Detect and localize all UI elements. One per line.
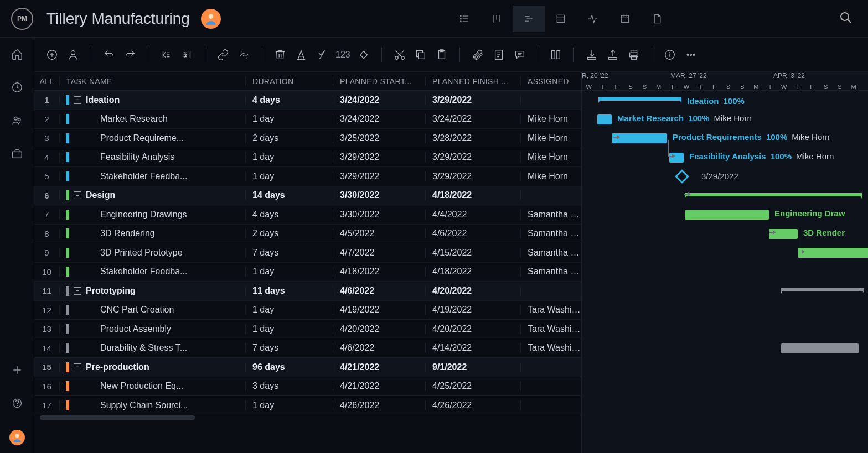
col-finish[interactable]: PLANNED FINISH ...	[426, 77, 521, 86]
assigned-cell[interactable]: Mike Horn	[521, 114, 581, 124]
duration-cell[interactable]: 1 day	[246, 400, 333, 410]
info-button[interactable]	[662, 47, 678, 63]
calendar-view-tab[interactable]	[609, 6, 641, 32]
task-row[interactable]: 3 Product Requireme... 2 days 3/25/2022 …	[34, 129, 581, 148]
indent-button[interactable]	[179, 47, 195, 63]
unlink-button[interactable]	[236, 47, 252, 63]
summary-bar[interactable]: Ideation100%	[598, 97, 681, 101]
task-row[interactable]: 8 3D Rendering 2 days 4/5/2022 4/6/2022 …	[34, 225, 581, 244]
attach-button[interactable]	[470, 47, 485, 63]
finish-cell[interactable]: 4/4/2022	[426, 210, 521, 220]
task-row[interactable]: 10 Stakeholder Feedba... 1 day 4/18/2022…	[34, 263, 581, 282]
start-cell[interactable]: 4/21/2022	[333, 362, 426, 372]
task-row[interactable]: 2 Market Research 1 day 3/24/2022 3/24/2…	[34, 110, 581, 129]
link-button[interactable]	[215, 47, 231, 63]
collapse-icon[interactable]: −	[74, 96, 81, 104]
sheet-view-tab[interactable]	[545, 6, 577, 32]
duration-cell[interactable]: 1 day	[246, 324, 333, 334]
start-cell[interactable]: 4/6/2022	[333, 286, 426, 296]
task-row[interactable]: 5 Stakeholder Feedba... 1 day 3/29/2022 …	[34, 167, 581, 186]
collapse-icon[interactable]: −	[74, 287, 81, 295]
duration-cell[interactable]: 3 days	[246, 381, 333, 391]
start-cell[interactable]: 3/24/2022	[333, 114, 426, 124]
start-cell[interactable]: 4/7/2022	[333, 248, 426, 258]
finish-cell[interactable]: 3/24/2022	[426, 114, 521, 124]
start-cell[interactable]: 4/21/2022	[333, 381, 426, 391]
start-cell[interactable]: 3/29/2022	[333, 152, 426, 162]
outdent-button[interactable]	[158, 47, 174, 63]
duration-cell[interactable]: 4 days	[246, 95, 333, 105]
owner-avatar[interactable]	[201, 9, 221, 29]
gantt-timeline[interactable]: R, 20 '22MAR, 27 '22APR, 3 '22 WTFSSMTWT…	[581, 72, 868, 453]
redo-button[interactable]	[122, 47, 138, 63]
finish-cell[interactable]: 4/19/2022	[426, 305, 521, 315]
assigned-cell[interactable]: Mike Horn	[521, 152, 581, 162]
finish-cell[interactable]: 9/1/2022	[426, 362, 521, 372]
comment-button[interactable]	[512, 47, 528, 63]
assigned-cell[interactable]: Samantha Cu	[521, 248, 581, 258]
search-button[interactable]	[835, 7, 857, 31]
add-icon[interactable]	[11, 363, 24, 377]
task-row[interactable]: 1 − Ideation 4 days 3/24/2022 3/29/2022	[34, 91, 581, 110]
cut-button[interactable]	[392, 47, 407, 63]
notes-button[interactable]	[491, 47, 507, 63]
copy-button[interactable]	[413, 47, 428, 63]
col-name[interactable]: TASK NAME	[60, 77, 246, 86]
assigned-cell[interactable]: Tara Washing	[521, 305, 581, 315]
task-row[interactable]: 17 Supply Chain Sourci... 1 day 4/26/202…	[34, 396, 581, 415]
team-icon[interactable]	[11, 114, 24, 127]
task-row[interactable]: 11 − Prototyping 11 days 4/6/2022 4/20/2…	[34, 282, 581, 301]
finish-cell[interactable]: 3/29/2022	[426, 171, 521, 181]
task-row[interactable]: 14 Durability & Stress T... 7 days 4/6/2…	[34, 339, 581, 358]
start-cell[interactable]: 4/19/2022	[333, 305, 426, 315]
clear-format-button[interactable]	[314, 47, 330, 63]
assigned-cell[interactable]: Mike Horn	[521, 171, 581, 181]
recent-icon[interactable]	[11, 81, 24, 94]
start-cell[interactable]: 3/24/2022	[333, 95, 426, 105]
finish-cell[interactable]: 4/14/2022	[426, 343, 521, 353]
import-button[interactable]	[584, 47, 600, 63]
export-button[interactable]	[605, 47, 621, 63]
grid-scrollbar[interactable]	[34, 415, 581, 421]
duration-cell[interactable]: 1 day	[246, 267, 333, 277]
task-row[interactable]: 12 CNC Part Creation 1 day 4/19/2022 4/1…	[34, 301, 581, 320]
app-logo[interactable]: PM	[11, 8, 33, 30]
duration-cell[interactable]: 1 day	[246, 305, 333, 315]
col-duration[interactable]: DURATION	[246, 77, 333, 86]
finish-cell[interactable]: 4/20/2022	[426, 286, 521, 296]
duration-cell[interactable]: 2 days	[246, 133, 333, 143]
activity-view-tab[interactable]	[577, 6, 609, 32]
task-row[interactable]: 15 − Pre-production 96 days 4/21/2022 9/…	[34, 358, 581, 377]
start-cell[interactable]: 4/5/2022	[333, 228, 426, 238]
duration-cell[interactable]: 14 days	[246, 190, 333, 200]
start-cell[interactable]: 4/20/2022	[333, 324, 426, 334]
gantt-view-tab[interactable]	[513, 6, 545, 32]
paste-button[interactable]	[434, 47, 450, 63]
list-view-tab[interactable]	[448, 6, 480, 32]
col-all[interactable]: ALL	[34, 77, 60, 86]
assigned-cell[interactable]: Mike Horn	[521, 133, 581, 143]
start-cell[interactable]: 3/29/2022	[333, 171, 426, 181]
assigned-cell[interactable]: Samantha Cu	[521, 210, 581, 220]
start-cell[interactable]: 4/26/2022	[333, 400, 426, 410]
portfolio-icon[interactable]	[11, 147, 24, 160]
summary-bar[interactable]	[781, 288, 864, 291]
duration-cell[interactable]: 4 days	[246, 210, 333, 220]
finish-cell[interactable]: 3/29/2022	[426, 95, 521, 105]
duration-cell[interactable]: 1 day	[246, 152, 333, 162]
finish-cell[interactable]: 4/25/2022	[426, 381, 521, 391]
start-cell[interactable]: 4/6/2022	[333, 343, 426, 353]
delete-button[interactable]	[272, 47, 288, 63]
start-cell[interactable]: 3/30/2022	[333, 190, 426, 200]
columns-button[interactable]	[548, 47, 564, 63]
user-avatar[interactable]	[9, 430, 25, 445]
finish-cell[interactable]: 4/15/2022	[426, 248, 521, 258]
start-cell[interactable]: 4/18/2022	[333, 267, 426, 277]
assigned-cell[interactable]: Tara Washing	[521, 324, 581, 334]
milestone-button[interactable]	[356, 47, 371, 63]
add-task-button[interactable]	[44, 47, 60, 63]
finish-cell[interactable]: 4/20/2022	[426, 324, 521, 334]
task-bar[interactable]: Market Research100%Mike Horn	[597, 114, 612, 124]
task-bar[interactable]: Product Requirements100%Mike Horn	[612, 133, 667, 143]
task-row[interactable]: 16 New Production Eq... 3 days 4/21/2022…	[34, 377, 581, 397]
